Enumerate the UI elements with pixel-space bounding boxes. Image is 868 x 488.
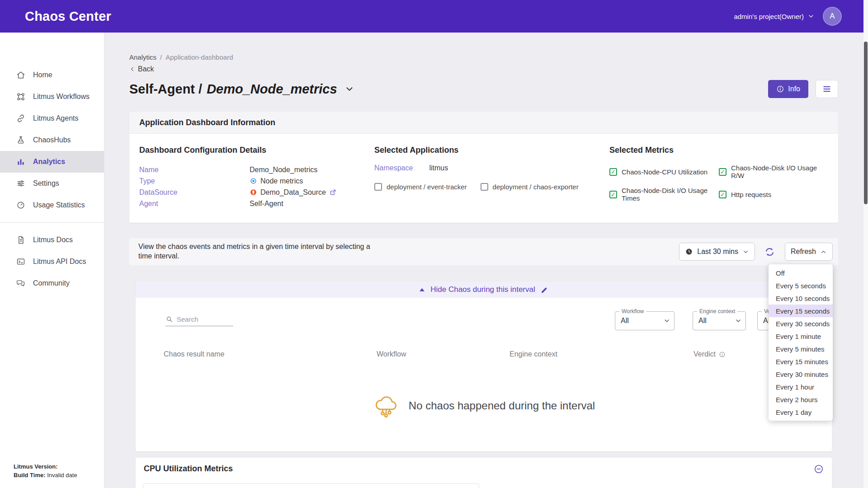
flask-icon (16, 136, 25, 145)
sidebar-item-analytics[interactable]: Analytics (0, 151, 104, 173)
config-row-datasource: DataSource Demo_Data_Source (139, 187, 374, 198)
selected-metrics-title: Selected Metrics (609, 145, 828, 155)
sidebar-item-usage-statistics[interactable]: Usage Statistics (0, 194, 104, 216)
config-row-type: Type Node metrics (139, 175, 374, 187)
hide-chaos-label: Hide Chaos during this interval (430, 285, 535, 294)
cpu-utilization-card: CPU Utilization Metrics (136, 458, 832, 488)
checkbox-checked-icon[interactable]: ✓ (609, 191, 617, 198)
sidebar-item-community[interactable]: Community (0, 272, 104, 294)
application-checkbox-event-tracker[interactable]: deployment / event-tracker (374, 183, 467, 191)
info-circle-icon[interactable] (719, 351, 726, 358)
refresh-icon (764, 247, 775, 257)
page-title: Self-Agent / Demo_Node_metrics (129, 82, 337, 97)
workflow-filter-value: All (621, 317, 629, 325)
interval-bar: View the chaos events and metrics in a g… (129, 238, 838, 265)
empty-state-message: No chaos happened during the interval (409, 399, 595, 412)
checkbox-checked-icon[interactable]: ✓ (609, 168, 617, 176)
dashboard-options-button[interactable] (816, 80, 838, 98)
sidebar-item-litmus-docs[interactable]: Litmus Docs (0, 229, 104, 251)
sidebar-divider (0, 222, 104, 223)
cpu-chart-panel (143, 483, 479, 488)
sidebar-item-label: Settings (33, 179, 59, 188)
sidebar-item-litmus-api-docs[interactable]: Litmus API Docs (0, 251, 104, 272)
config-value: Demo_Node_metrics (250, 166, 374, 174)
page-scrollbar[interactable] (863, 0, 868, 488)
sidebar-item-litmus-workflows[interactable]: Litmus Workflows (0, 86, 104, 108)
chaos-cloud-icon (373, 394, 400, 418)
metric-checkbox-cpu-utilization[interactable]: ✓ Chaos-Node-CPU Utilization (609, 164, 719, 179)
breadcrumb-analytics[interactable]: Analytics (129, 53, 156, 61)
workflows-icon (16, 92, 25, 101)
chat-icon (16, 279, 25, 288)
back-button[interactable]: Back (129, 65, 838, 74)
checkbox-checked-icon[interactable]: ✓ (719, 168, 726, 176)
external-link-icon[interactable] (329, 188, 337, 196)
engine-context-filter-select[interactable]: Engine context All (693, 311, 746, 330)
topbar: Chaos Center admin's project(Owner) A (0, 0, 868, 33)
collapse-minus-icon[interactable] (814, 464, 824, 474)
sidebar-item-chaoshubs[interactable]: ChaosHubs (0, 129, 104, 151)
chevron-up-icon (820, 249, 827, 255)
menu-item-every-5-minutes[interactable]: Every 5 minutes (769, 343, 833, 355)
menu-item-every-30-seconds[interactable]: Every 30 seconds (769, 317, 833, 330)
sidebar-item-label: Litmus Docs (33, 236, 73, 244)
menu-item-every-1-minute[interactable]: Every 1 minute (769, 330, 833, 343)
namespace-label: Namespace (374, 164, 413, 172)
selected-applications: Selected Applications Namespace litmus d… (374, 145, 609, 209)
hide-chaos-toggle[interactable]: Hide Chaos during this interval (136, 282, 832, 298)
avatar[interactable]: A (823, 7, 842, 26)
time-range-select[interactable]: Last 30 mins (679, 243, 755, 261)
menu-item-off[interactable]: Off (769, 267, 833, 279)
scrollbar-thumb[interactable] (864, 42, 868, 204)
menu-item-every-15-seconds[interactable]: Every 15 seconds (769, 305, 833, 317)
pencil-icon[interactable] (541, 286, 548, 294)
refresh-now-button[interactable] (763, 247, 777, 257)
refresh-select-label: Refresh (791, 248, 816, 256)
metric-checkbox-http-requests[interactable]: ✓ Http requests (719, 187, 828, 202)
menu-item-every-2-hours[interactable]: Every 2 hours (769, 393, 833, 406)
info-button[interactable]: Info (768, 80, 808, 98)
engine-context-filter-value: All (698, 317, 707, 325)
selected-applications-title: Selected Applications (374, 145, 609, 155)
menu-item-every-1-hour[interactable]: Every 1 hour (769, 380, 833, 393)
search-input[interactable] (177, 315, 229, 323)
workflow-filter-select[interactable]: Workflow All (615, 311, 675, 330)
sidebar-item-litmus-agents[interactable]: Litmus Agents (0, 108, 104, 129)
search-box (165, 315, 233, 326)
chevron-down-icon (807, 13, 815, 20)
config-label: Name (139, 166, 250, 174)
config-row-agent: Agent Self-Agent (139, 198, 374, 209)
metric-checkbox-disk-io-rw[interactable]: ✓ Chaos-Node-Disk I/O Usage R/W (719, 164, 828, 179)
sidebar-item-label: Usage Statistics (33, 201, 85, 209)
home-icon (16, 70, 25, 80)
menu-item-every-30-minutes[interactable]: Every 30 minutes (769, 368, 833, 380)
breadcrumb-separator: / (160, 53, 162, 61)
refresh-interval-select[interactable]: Refresh (785, 243, 833, 261)
menu-item-every-5-seconds[interactable]: Every 5 seconds (769, 279, 833, 292)
project-picker[interactable]: admin's project(Owner) (734, 13, 815, 20)
menu-item-every-15-minutes[interactable]: Every 15 minutes (769, 355, 833, 368)
application-checkbox-chaos-exporter[interactable]: deployment / chaos-exporter (481, 183, 579, 191)
refresh-interval-menu: Off Every 5 seconds Every 10 seconds Eve… (769, 264, 833, 421)
chaos-table-card: Hide Chaos during this interval Workflow… (136, 282, 832, 451)
sidebar-item-label: Home (33, 71, 52, 79)
dashboard-switcher-chevron-icon[interactable] (344, 84, 354, 94)
namespace-value: litmus (429, 164, 448, 172)
metric-label: Chaos-Node-CPU Utilization (622, 168, 708, 176)
caret-up-icon (419, 287, 425, 292)
menu-item-every-10-seconds[interactable]: Every 10 seconds (769, 292, 833, 305)
sidebar-item-label: ChaosHubs (33, 136, 71, 144)
empty-state: No chaos happened during the interval (136, 372, 832, 440)
sidebar-item-home[interactable]: Home (0, 64, 104, 86)
sidebar-footer: Litmus Version: Build Time: Invalid date (14, 463, 77, 480)
config-row-name: Name Demo_Node_metrics (139, 164, 374, 175)
metric-label: Http requests (731, 191, 771, 198)
menu-item-every-1-day[interactable]: Every 1 day (769, 406, 833, 418)
checkbox-checked-icon[interactable]: ✓ (719, 191, 726, 198)
sidebar-item-settings[interactable]: Settings (0, 173, 104, 194)
sidebar-item-label: Litmus Workflows (33, 93, 90, 101)
checkbox-unchecked-icon[interactable] (481, 183, 488, 191)
checkbox-unchecked-icon[interactable] (374, 183, 382, 191)
breadcrumb: Analytics / Application-dashboard (129, 53, 838, 61)
metric-checkbox-disk-io-times[interactable]: ✓ Chaos-Node-Disk I/O Usage Times (609, 187, 719, 202)
